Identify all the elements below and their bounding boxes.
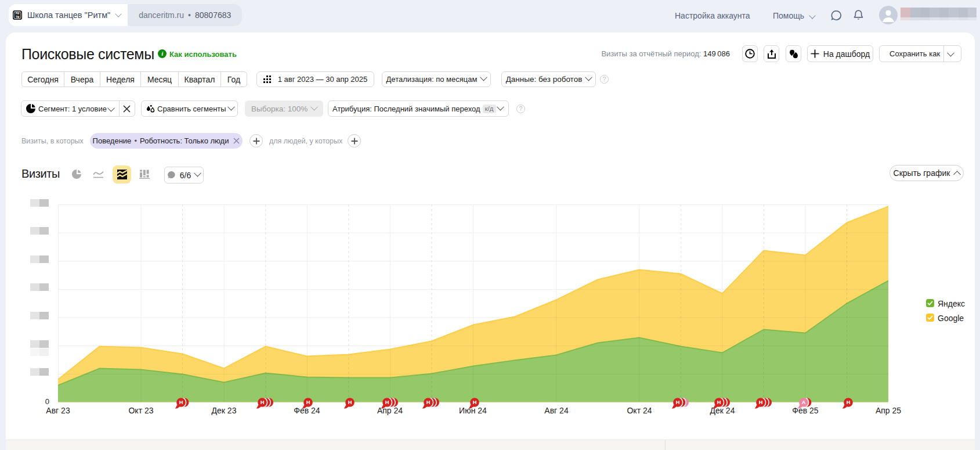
svg-text:Н: Н	[385, 399, 389, 405]
svg-text:Н: Н	[717, 399, 721, 405]
svg-text:Н: Н	[846, 399, 850, 405]
svg-text:А: А	[802, 399, 806, 405]
svg-text:Н: Н	[179, 399, 183, 405]
svg-text:Н: Н	[348, 399, 352, 405]
svg-text:Н: Н	[472, 399, 476, 405]
svg-text:Н: Н	[261, 399, 265, 405]
svg-text:Н: Н	[758, 399, 762, 405]
svg-text:Н: Н	[426, 399, 431, 405]
svg-text:Н: Н	[306, 399, 310, 405]
svg-text:Н: Н	[675, 399, 679, 405]
svg-text:ТМ: ТМ	[16, 16, 20, 19]
